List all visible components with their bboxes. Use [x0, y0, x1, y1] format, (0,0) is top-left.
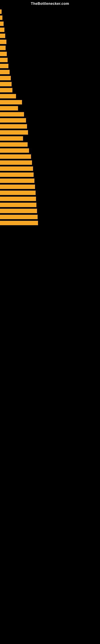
bar-row: Bottleneck result — [0, 184, 100, 190]
bar-label: Bottleneck result — [0, 196, 36, 201]
bars-wrapper: BBBoBoBoBottBoBoBotBottBottBottleBottleB… — [0, 7, 100, 226]
bar-row: Bottleneck result — [0, 166, 100, 172]
bar-label: Bo — [0, 22, 3, 26]
bar-row: Bottleneck result — [0, 160, 100, 166]
bar-row: Bottleneck result — [0, 154, 100, 160]
bar-row: Bo — [0, 51, 100, 57]
bar-label: Bo — [0, 46, 6, 50]
bar-row: Bottleneck result — [0, 142, 100, 148]
bar-label: Bottleneck result — [0, 160, 32, 165]
bar-row: Bottleneck result — [0, 148, 100, 154]
bar-label: Bottleneck result — [0, 166, 33, 171]
bar-row: Bottle — [0, 75, 100, 81]
bar-label: Bott — [0, 70, 10, 74]
bar-row: Bott — [0, 69, 100, 75]
bar-label: Bottleneck result — [0, 172, 34, 177]
bar-row: Bott — [0, 63, 100, 69]
bar-label: Bottleneck resul — [0, 112, 24, 116]
bar-row: Bottleneck result — [0, 123, 100, 130]
bar-row: Bottle — [0, 87, 100, 93]
bar-label: Bottleneck result — [0, 190, 36, 195]
bar-label: Bottleneck resu — [0, 136, 23, 141]
bar-row: Bo — [0, 27, 100, 33]
bar-row: Bottleneck result — [0, 196, 100, 202]
bar-row: Bottleneck resul — [0, 111, 100, 117]
bar-label: Bot — [0, 58, 8, 62]
bar-label: Bottleneck result — [0, 124, 27, 128]
bar-row: Bottleneck r — [0, 105, 100, 111]
bar-label: Bottleneck r — [0, 106, 18, 110]
bar-label: Bottle — [0, 76, 11, 80]
bar-row: Bo — [0, 21, 100, 27]
bar-label: Bottleneck result — [0, 154, 31, 159]
bar-row: Bottleneck result — [0, 172, 100, 178]
bar-label: Bo — [0, 52, 7, 56]
bar-label: Bottleneck result — [0, 209, 37, 213]
bar-label: Bottle — [0, 88, 12, 92]
bar-row: Bo — [0, 45, 100, 51]
bar-row: Bottle — [0, 81, 100, 87]
bar-label: B — [0, 10, 1, 14]
bar-label: Bottleneck result — [0, 203, 36, 207]
bar-label: Bo — [0, 28, 4, 32]
bar-label: Bo — [0, 34, 5, 38]
bar-row: B — [0, 15, 100, 21]
bar-label: Bott — [0, 64, 8, 68]
bar-label: Bottleneck result — [0, 215, 38, 219]
bar-row: Bottleneck result — [0, 178, 100, 184]
bar-label: Bottleneck result — [0, 130, 28, 135]
bar-row: Bottleneck result — [0, 220, 100, 226]
bar-label: Bottleneck result — [0, 221, 38, 225]
site-title-text: TheBottlenecker.com — [0, 0, 100, 7]
bar-row: Bottleneck resu — [0, 99, 100, 105]
bar-label: Bottleneck — [0, 94, 16, 98]
bar-label: Bottleneck result — [0, 184, 35, 189]
bar-row: Bottleneck — [0, 93, 100, 99]
bar-label: Bottleneck resu — [0, 100, 22, 104]
bar-label: Bottleneck result — [0, 142, 28, 147]
bar-label: Bottle — [0, 82, 12, 86]
bar-row: Bo — [0, 33, 100, 39]
bar-row: Bott — [0, 39, 100, 45]
bar-row: Bottleneck result — [0, 202, 100, 208]
bar-row: Bottleneck result — [0, 130, 100, 136]
bar-row: Bottleneck result — [0, 214, 100, 220]
bar-label: B — [0, 16, 2, 20]
bar-row: Bottleneck resu — [0, 136, 100, 142]
bar-label: Bottleneck result — [0, 118, 26, 122]
bar-row: B — [0, 9, 100, 15]
bar-row: Bot — [0, 57, 100, 63]
bar-label: Bottleneck result — [0, 148, 29, 153]
bar-label: Bottleneck result — [0, 178, 34, 183]
bar-label: Bott — [0, 40, 6, 44]
bar-row: Bottleneck result — [0, 117, 100, 123]
bar-row: Bottleneck result — [0, 190, 100, 196]
bar-row: Bottleneck result — [0, 208, 100, 214]
